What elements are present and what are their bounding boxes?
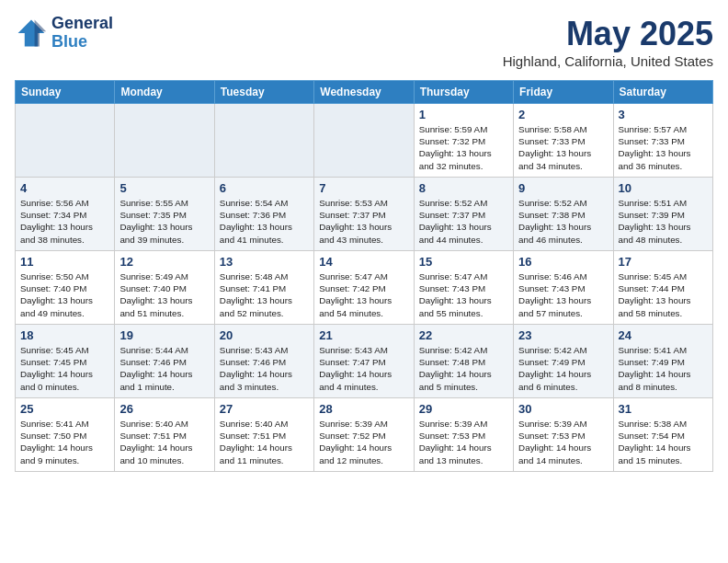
day-header-row: SundayMondayTuesdayWednesdayThursdayFrid… <box>16 81 713 104</box>
day-info: Sunrise: 5:47 AM Sunset: 7:43 PM Dayligh… <box>419 270 508 319</box>
calendar-cell: 17Sunrise: 5:45 AM Sunset: 7:44 PM Dayli… <box>613 251 712 325</box>
calendar-cell: 21Sunrise: 5:43 AM Sunset: 7:47 PM Dayli… <box>314 325 414 398</box>
calendar-table: SundayMondayTuesdayWednesdayThursdayFrid… <box>15 80 713 472</box>
calendar-cell: 20Sunrise: 5:43 AM Sunset: 7:46 PM Dayli… <box>214 325 313 398</box>
day-header-friday: Friday <box>514 81 613 104</box>
svg-marker-0 <box>18 19 45 46</box>
calendar-cell: 6Sunrise: 5:54 AM Sunset: 7:36 PM Daylig… <box>214 178 313 251</box>
day-info: Sunrise: 5:39 AM Sunset: 7:53 PM Dayligh… <box>419 418 508 466</box>
calendar-subtitle: Highland, California, United States <box>503 53 713 69</box>
calendar-cell: 26Sunrise: 5:40 AM Sunset: 7:51 PM Dayli… <box>115 398 214 472</box>
day-info: Sunrise: 5:43 AM Sunset: 7:47 PM Dayligh… <box>319 344 408 393</box>
day-number: 28 <box>319 402 408 416</box>
calendar-cell: 31Sunrise: 5:38 AM Sunset: 7:54 PM Dayli… <box>613 398 712 472</box>
day-number: 31 <box>619 402 708 416</box>
calendar-cell: 27Sunrise: 5:40 AM Sunset: 7:51 PM Dayli… <box>214 398 313 472</box>
calendar-cell: 28Sunrise: 5:39 AM Sunset: 7:52 PM Dayli… <box>314 398 414 472</box>
day-info: Sunrise: 5:54 AM Sunset: 7:36 PM Dayligh… <box>220 197 309 246</box>
calendar-cell <box>214 104 313 178</box>
calendar-cell: 14Sunrise: 5:47 AM Sunset: 7:42 PM Dayli… <box>314 251 414 325</box>
day-info: Sunrise: 5:38 AM Sunset: 7:54 PM Dayligh… <box>619 418 708 466</box>
day-number: 3 <box>619 108 708 121</box>
day-info: Sunrise: 5:52 AM Sunset: 7:37 PM Dayligh… <box>419 197 508 246</box>
calendar-cell: 5Sunrise: 5:55 AM Sunset: 7:35 PM Daylig… <box>115 178 214 251</box>
calendar-cell: 24Sunrise: 5:41 AM Sunset: 7:49 PM Dayli… <box>613 325 712 398</box>
calendar-title: May 2025 <box>503 15 713 53</box>
day-number: 20 <box>220 328 309 342</box>
day-info: Sunrise: 5:53 AM Sunset: 7:37 PM Dayligh… <box>319 197 408 246</box>
day-number: 2 <box>518 108 608 121</box>
day-number: 27 <box>220 402 309 416</box>
day-header-saturday: Saturday <box>613 81 712 104</box>
day-info: Sunrise: 5:59 AM Sunset: 7:32 PM Dayligh… <box>419 123 508 172</box>
day-number: 10 <box>619 181 708 195</box>
day-header-tuesday: Tuesday <box>214 81 313 104</box>
day-number: 6 <box>220 181 309 195</box>
day-number: 15 <box>419 255 508 269</box>
calendar-cell: 4Sunrise: 5:56 AM Sunset: 7:34 PM Daylig… <box>16 178 115 251</box>
calendar-cell: 29Sunrise: 5:39 AM Sunset: 7:53 PM Dayli… <box>414 398 513 472</box>
day-number: 14 <box>319 255 408 269</box>
day-info: Sunrise: 5:39 AM Sunset: 7:53 PM Dayligh… <box>518 418 608 466</box>
day-number: 29 <box>419 402 508 416</box>
day-info: Sunrise: 5:40 AM Sunset: 7:51 PM Dayligh… <box>220 418 309 466</box>
day-info: Sunrise: 5:56 AM Sunset: 7:34 PM Dayligh… <box>20 197 109 246</box>
calendar-cell <box>314 104 414 178</box>
day-info: Sunrise: 5:50 AM Sunset: 7:40 PM Dayligh… <box>20 270 109 319</box>
day-header-wednesday: Wednesday <box>314 81 414 104</box>
day-number: 17 <box>619 255 708 269</box>
logo-text-line2: Blue <box>51 33 113 52</box>
calendar-cell: 2Sunrise: 5:58 AM Sunset: 7:33 PM Daylig… <box>514 104 613 178</box>
day-info: Sunrise: 5:58 AM Sunset: 7:33 PM Dayligh… <box>518 123 608 172</box>
day-info: Sunrise: 5:55 AM Sunset: 7:35 PM Dayligh… <box>119 197 209 246</box>
week-row-4: 18Sunrise: 5:45 AM Sunset: 7:45 PM Dayli… <box>16 325 713 398</box>
day-number: 24 <box>619 328 708 342</box>
day-info: Sunrise: 5:44 AM Sunset: 7:46 PM Dayligh… <box>119 344 209 393</box>
logo-icon <box>15 17 48 50</box>
week-row-5: 25Sunrise: 5:41 AM Sunset: 7:50 PM Dayli… <box>16 398 713 472</box>
day-info: Sunrise: 5:41 AM Sunset: 7:49 PM Dayligh… <box>619 344 708 393</box>
calendar-cell: 10Sunrise: 5:51 AM Sunset: 7:39 PM Dayli… <box>613 178 712 251</box>
day-number: 23 <box>518 328 608 342</box>
day-info: Sunrise: 5:45 AM Sunset: 7:45 PM Dayligh… <box>20 344 109 393</box>
day-info: Sunrise: 5:45 AM Sunset: 7:44 PM Dayligh… <box>619 270 708 319</box>
day-info: Sunrise: 5:52 AM Sunset: 7:38 PM Dayligh… <box>518 197 608 246</box>
day-info: Sunrise: 5:51 AM Sunset: 7:39 PM Dayligh… <box>619 197 708 246</box>
day-number: 22 <box>419 328 508 342</box>
page-header: General Blue May 2025 Highland, Californ… <box>15 15 713 69</box>
day-number: 4 <box>20 181 109 195</box>
calendar-cell: 8Sunrise: 5:52 AM Sunset: 7:37 PM Daylig… <box>414 178 513 251</box>
day-info: Sunrise: 5:47 AM Sunset: 7:42 PM Dayligh… <box>319 270 408 319</box>
calendar-cell: 16Sunrise: 5:46 AM Sunset: 7:43 PM Dayli… <box>514 251 613 325</box>
day-number: 11 <box>20 255 109 269</box>
day-info: Sunrise: 5:39 AM Sunset: 7:52 PM Dayligh… <box>319 418 408 466</box>
title-block: May 2025 Highland, California, United St… <box>503 15 713 69</box>
day-number: 25 <box>20 402 109 416</box>
calendar-cell: 12Sunrise: 5:49 AM Sunset: 7:40 PM Dayli… <box>115 251 214 325</box>
week-row-1: 1Sunrise: 5:59 AM Sunset: 7:32 PM Daylig… <box>16 104 713 178</box>
day-number: 18 <box>20 328 109 342</box>
day-number: 26 <box>119 402 209 416</box>
calendar-cell: 25Sunrise: 5:41 AM Sunset: 7:50 PM Dayli… <box>16 398 115 472</box>
day-info: Sunrise: 5:40 AM Sunset: 7:51 PM Dayligh… <box>119 418 209 466</box>
calendar-cell <box>115 104 214 178</box>
day-number: 21 <box>319 328 408 342</box>
day-number: 16 <box>518 255 608 269</box>
day-number: 12 <box>119 255 209 269</box>
day-number: 7 <box>319 181 408 195</box>
calendar-cell: 15Sunrise: 5:47 AM Sunset: 7:43 PM Dayli… <box>414 251 513 325</box>
calendar-cell: 9Sunrise: 5:52 AM Sunset: 7:38 PM Daylig… <box>514 178 613 251</box>
day-info: Sunrise: 5:46 AM Sunset: 7:43 PM Dayligh… <box>518 270 608 319</box>
week-row-3: 11Sunrise: 5:50 AM Sunset: 7:40 PM Dayli… <box>16 251 713 325</box>
day-number: 9 <box>518 181 608 195</box>
day-header-monday: Monday <box>115 81 214 104</box>
day-info: Sunrise: 5:49 AM Sunset: 7:40 PM Dayligh… <box>119 270 209 319</box>
day-info: Sunrise: 5:48 AM Sunset: 7:41 PM Dayligh… <box>220 270 309 319</box>
calendar-cell: 18Sunrise: 5:45 AM Sunset: 7:45 PM Dayli… <box>16 325 115 398</box>
day-number: 8 <box>419 181 508 195</box>
day-header-sunday: Sunday <box>16 81 115 104</box>
day-info: Sunrise: 5:41 AM Sunset: 7:50 PM Dayligh… <box>20 418 109 466</box>
calendar-cell: 11Sunrise: 5:50 AM Sunset: 7:40 PM Dayli… <box>16 251 115 325</box>
logo: General Blue <box>15 15 113 52</box>
day-info: Sunrise: 5:42 AM Sunset: 7:48 PM Dayligh… <box>419 344 508 393</box>
